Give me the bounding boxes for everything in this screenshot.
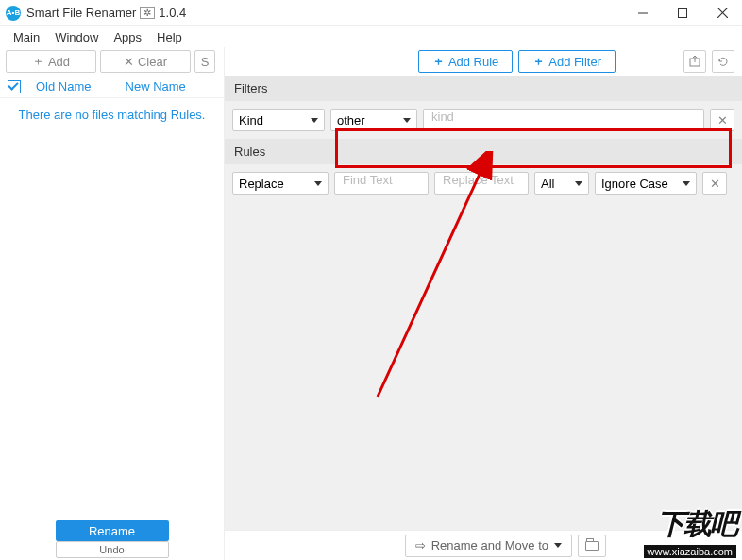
- snowflake-icon: ✲: [140, 7, 155, 19]
- window-titlebar: A•B Smart File Renamer ✲ 1.0.4: [0, 0, 742, 26]
- caret-down-icon: [314, 181, 322, 186]
- export-button[interactable]: [683, 50, 706, 73]
- maximize-button[interactable]: [663, 0, 702, 26]
- columns-header: Old Name New Name: [0, 76, 224, 98]
- menu-help[interactable]: Help: [149, 28, 190, 46]
- remove-rule-button[interactable]: ✕: [702, 172, 727, 195]
- rule-case-value: Ignore Case: [601, 177, 668, 191]
- export-icon: [689, 56, 700, 67]
- x-icon: ✕: [124, 55, 134, 69]
- rules-section-header: Rules: [225, 139, 742, 164]
- menu-main[interactable]: Main: [6, 28, 47, 46]
- select-all-checkbox[interactable]: [8, 80, 21, 93]
- bottom-bar: ⇨ Rename and Move to: [225, 530, 742, 560]
- filter-other-select[interactable]: other: [330, 109, 417, 131]
- refresh-button[interactable]: [712, 50, 734, 73]
- add-label: Add: [48, 55, 70, 69]
- rule-row: Replace Find Text Replace Text All Ignor…: [225, 164, 742, 202]
- plus-icon: ＋: [432, 53, 445, 70]
- rule-scope-value: All: [541, 177, 554, 191]
- find-text-input[interactable]: Find Text: [334, 172, 429, 195]
- work-area: ＋ Add ✕ Clear S Old Name New Name There …: [0, 47, 742, 560]
- menu-bar: Main Window Apps Help: [0, 26, 742, 47]
- rule-type-select[interactable]: Replace: [232, 172, 329, 195]
- svg-rect-1: [679, 8, 687, 17]
- clear-label: Clear: [138, 55, 167, 69]
- rename-move-dropdown[interactable]: ⇨ Rename and Move to: [405, 535, 572, 557]
- app-icon: A•B: [6, 6, 21, 21]
- filter-kind-value: Kind: [239, 113, 263, 127]
- rule-case-select[interactable]: Ignore Case: [595, 172, 697, 195]
- replace-text-input[interactable]: Replace Text: [434, 172, 529, 195]
- filter-kind-select[interactable]: Kind: [232, 109, 325, 131]
- remove-filter-button[interactable]: ✕: [710, 109, 734, 131]
- empty-message: There are no files matching Rules.: [8, 108, 216, 122]
- filter-other-value: other: [337, 113, 365, 127]
- clear-files-button[interactable]: ✕ Clear: [100, 50, 191, 73]
- right-panel: ＋ Add Rule ＋ Add Filter Filters Kind oth: [225, 47, 742, 560]
- browse-folder-button[interactable]: [578, 535, 606, 557]
- plus-icon: ＋: [532, 53, 545, 70]
- filter-row: Kind other kind ✕: [225, 101, 742, 139]
- app-version: 1.0.4: [159, 6, 186, 20]
- left-bottom-actions: Rename Undo: [0, 520, 224, 560]
- caret-down-icon: [554, 543, 562, 548]
- add-rule-label: Add Rule: [448, 55, 498, 69]
- x-icon: ✕: [710, 177, 720, 191]
- plus-icon: ＋: [32, 53, 44, 70]
- sort-button[interactable]: S: [194, 50, 215, 73]
- caret-down-icon: [403, 118, 411, 123]
- caret-down-icon: [575, 181, 582, 186]
- minimize-button[interactable]: [623, 0, 663, 26]
- rule-type-value: Replace: [239, 177, 284, 191]
- right-toolbar: ＋ Add Rule ＋ Add Filter: [225, 47, 742, 76]
- caret-down-icon: [683, 181, 690, 186]
- rename-button[interactable]: Rename: [56, 520, 169, 541]
- close-icon: [717, 8, 728, 18]
- add-filter-label: Add Filter: [548, 55, 601, 69]
- filters-section-header: Filters: [225, 76, 742, 101]
- left-toolbar: ＋ Add ✕ Clear S: [0, 47, 224, 76]
- close-button[interactable]: [702, 0, 742, 26]
- add-filter-button[interactable]: ＋ Add Filter: [518, 50, 616, 73]
- left-panel: ＋ Add ✕ Clear S Old Name New Name There …: [0, 47, 225, 560]
- menu-apps[interactable]: Apps: [106, 28, 149, 46]
- folder-icon: [585, 541, 599, 551]
- column-new-name[interactable]: New Name: [126, 79, 186, 93]
- add-rule-button[interactable]: ＋ Add Rule: [418, 50, 513, 73]
- app-title: Smart File Renamer: [26, 6, 136, 20]
- rename-move-label: Rename and Move to: [431, 538, 548, 552]
- menu-window[interactable]: Window: [47, 28, 106, 46]
- maximize-icon: [678, 8, 687, 18]
- minimize-icon: [638, 8, 648, 18]
- filter-kind-input[interactable]: kind: [423, 109, 704, 131]
- column-old-name[interactable]: Old Name: [36, 79, 92, 93]
- arrow-icon: ⇨: [415, 538, 426, 552]
- caret-down-icon: [311, 118, 318, 123]
- file-list: There are no files matching Rules.: [0, 98, 224, 520]
- add-files-button[interactable]: ＋ Add: [6, 50, 96, 73]
- x-icon: ✕: [717, 113, 728, 127]
- undo-button[interactable]: Undo: [56, 541, 169, 558]
- refresh-icon: [717, 56, 729, 67]
- rule-scope-select[interactable]: All: [534, 172, 589, 195]
